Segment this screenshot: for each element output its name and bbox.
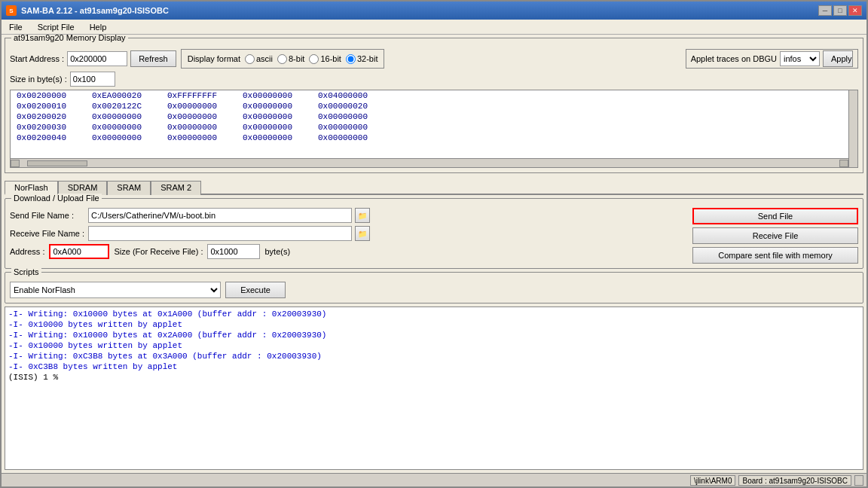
display-format-label: Display format: [188, 54, 240, 63]
action-buttons-area: Send File Receive File Compare sent file…: [692, 208, 858, 264]
memory-table: 0x00200000 0xEA000020 0xFFFFFFFF 0x00000…: [11, 90, 857, 143]
address-input[interactable]: [49, 244, 109, 259]
radio-32bit[interactable]: 32-bit: [346, 54, 378, 64]
download-upload-content: Send File Name : 📁 Receive File Name : 📁…: [10, 208, 858, 264]
log-line: -I- Writing: 0xC3B8 bytes at 0x3A000 (bu…: [8, 351, 860, 361]
menu-bar: File Script File Help: [2, 20, 866, 35]
log-line: -I- 0x10000 bytes written by applet: [8, 340, 860, 351]
title-bar-buttons: ─ □ ✕: [818, 5, 862, 16]
display-format-group: Display format ascii 8-bit 16-bit 32-bit: [181, 49, 385, 69]
tab-sram2[interactable]: SRAM 2: [151, 181, 201, 195]
title-bar-left: S SAM-BA 2.12 - at91sam9g20-ISISOBC: [6, 5, 169, 16]
memory-hscroll[interactable]: [11, 158, 848, 167]
hscroll-left-btn[interactable]: [11, 160, 20, 167]
compare-button[interactable]: Compare sent file with memory: [692, 247, 858, 264]
start-address-row: Start Address : Refresh: [10, 50, 176, 67]
send-file-button[interactable]: Send File: [692, 208, 858, 224]
tabs-container: NorFlash SDRAM SRAM SRAM 2: [5, 179, 863, 195]
menu-file[interactable]: File: [5, 21, 27, 33]
menu-help[interactable]: Help: [85, 21, 112, 33]
log-line: -I- Writing: 0x10000 bytes at 0x1A000 (b…: [8, 309, 860, 319]
table-row: 0x00200040 0x00000000 0x00000000 0x00000…: [11, 133, 848, 143]
menu-script-file[interactable]: Script File: [33, 21, 79, 33]
log-line: -I- 0xC3B8 bytes written by applet: [8, 361, 860, 372]
apply-button[interactable]: Apply: [823, 50, 853, 67]
send-file-input[interactable]: [88, 208, 352, 223]
size-label: Size in byte(s) :: [10, 75, 67, 84]
table-row: 0x00200010 0x0020122C 0x00000000 0x00000…: [11, 101, 848, 111]
scripts-group: Scripts Enable NorFlash Init NorFlash Er…: [5, 272, 863, 303]
start-address-label: Start Address :: [10, 54, 64, 63]
send-file-label: Send File Name :: [10, 211, 85, 220]
status-bar: \jlink\ARM0 Board : at91sam9g20-ISISOBC: [2, 473, 866, 486]
size-for-receive-label: Size (For Receive File) :: [114, 247, 203, 256]
log-area: -I- Writing: 0x10000 bytes at 0x1A000 (b…: [5, 307, 863, 470]
status-scrollbar-btn[interactable]: [854, 475, 863, 486]
radio-16bit[interactable]: 16-bit: [309, 54, 341, 64]
receive-file-button[interactable]: Receive File: [692, 227, 858, 244]
receive-file-browse-button[interactable]: 📁: [355, 226, 370, 241]
maximize-button[interactable]: □: [833, 5, 847, 16]
memory-display-label: at91sam9g20 Memory Display: [11, 35, 128, 42]
status-jlink: \jlink\ARM0: [690, 475, 736, 486]
bytes-label: byte(s): [264, 247, 290, 256]
minimize-button[interactable]: ─: [818, 5, 832, 16]
status-board: Board : at91sam9g20-ISISOBC: [738, 475, 851, 486]
memory-vscroll[interactable]: [848, 90, 857, 167]
size-row: Size in byte(s) :: [10, 72, 858, 87]
hscroll-track: [20, 160, 839, 167]
title-bar: S SAM-BA 2.12 - at91sam9g20-ISISOBC ─ □ …: [2, 2, 866, 20]
address-label: Address :: [10, 247, 44, 256]
app-icon: S: [6, 5, 17, 16]
scripts-select[interactable]: Enable NorFlash Init NorFlash Erase All: [10, 282, 221, 298]
content-area: at91sam9g20 Memory Display Start Address…: [2, 35, 866, 473]
download-upload-group: Download / Upload File Send File Name : …: [5, 198, 863, 269]
tab-sram[interactable]: SRAM: [107, 181, 151, 195]
table-row: 0x00200020 0x00000000 0x00000000 0x00000…: [11, 111, 848, 122]
scripts-row: Enable NorFlash Init NorFlash Erase All …: [10, 282, 858, 298]
radio-ascii[interactable]: ascii: [245, 54, 273, 64]
start-address-input[interactable]: [67, 51, 127, 66]
radio-8bit[interactable]: 8-bit: [277, 54, 304, 64]
file-inputs-area: Send File Name : 📁 Receive File Name : 📁…: [10, 208, 686, 264]
log-line: -I- Writing: 0x10000 bytes at 0x2A000 (b…: [8, 330, 860, 340]
tab-norflash[interactable]: NorFlash: [5, 181, 58, 195]
applet-traces-label: Applet traces on DBGU: [691, 54, 777, 63]
size-input[interactable]: [70, 72, 115, 87]
table-row: 0x00200030 0x00000000 0x00000000 0x00000…: [11, 122, 848, 133]
close-button[interactable]: ✕: [848, 5, 862, 16]
hscroll-thumb[interactable]: [27, 160, 87, 166]
receive-file-label: Receive File Name :: [10, 229, 85, 238]
refresh-button[interactable]: Refresh: [130, 50, 176, 67]
title-text: SAM-BA 2.12 - at91sam9g20-ISISOBC: [21, 6, 169, 15]
applet-select[interactable]: infos debug none: [780, 51, 820, 66]
hscroll-right-btn[interactable]: [839, 160, 848, 167]
table-row: 0x00200000 0xEA000020 0xFFFFFFFF 0x00000…: [11, 90, 848, 101]
memory-table-container: 0x00200000 0xEA000020 0xFFFFFFFF 0x00000…: [10, 90, 858, 168]
receive-file-input[interactable]: [88, 226, 352, 241]
main-window: S SAM-BA 2.12 - at91sam9g20-ISISOBC ─ □ …: [0, 0, 868, 488]
applet-traces-group: Applet traces on DBGU infos debug none A…: [686, 49, 858, 69]
execute-button[interactable]: Execute: [225, 282, 286, 298]
memory-display-group: at91sam9g20 Memory Display Start Address…: [5, 38, 863, 173]
send-file-browse-button[interactable]: 📁: [355, 208, 370, 223]
receive-size-input[interactable]: [207, 244, 260, 259]
address-row: Address : Size (For Receive File) : byte…: [10, 244, 686, 259]
log-line: -I- 0x10000 bytes written by applet: [8, 319, 860, 330]
scripts-label: Scripts: [11, 267, 41, 276]
log-line-isis: (ISIS) 1 %: [8, 372, 860, 383]
receive-file-row: Receive File Name : 📁: [10, 226, 686, 241]
send-file-row: Send File Name : 📁: [10, 208, 686, 223]
